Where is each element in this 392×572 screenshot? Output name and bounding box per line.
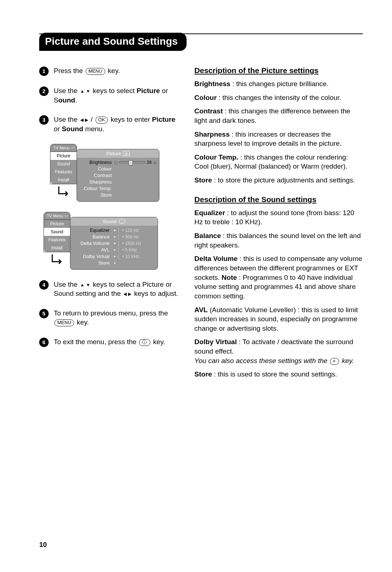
desc-brightness: Brightness : this changes picture brilli… (195, 79, 363, 89)
desc-equalizer: Equalizer : to adjust the sound tone (fr… (195, 208, 363, 227)
arrow-indicator-icon (44, 254, 70, 266)
tv-icon: ▭ (71, 146, 74, 150)
page-number: 10 (39, 541, 47, 549)
arrow-indicator-icon (50, 186, 77, 198)
step-number: 1 (39, 67, 49, 76)
menu-key-icon: MENU (86, 68, 105, 75)
osd-cat: Features (50, 168, 77, 176)
left-arrow-icon: ◀ (80, 117, 83, 123)
step-number: 2 (39, 86, 49, 96)
osd-row: Sharpness (80, 179, 156, 185)
right-arrow-icon: ▶ (128, 291, 131, 297)
right-triangle-icon: ▶ (114, 235, 116, 238)
right-triangle-icon: ▶ (114, 242, 116, 245)
osd-row: Store (80, 192, 156, 198)
sun-bright-icon: ☼ (153, 160, 157, 165)
section-title: Picture and Sound Settings (39, 33, 187, 51)
osd-row: Delta Voliume▶• 1500 Hz (73, 240, 155, 247)
menu-key-icon: MENU (54, 319, 74, 326)
sound-settings-heading: Description of the Sound settings (195, 195, 363, 204)
desc-colour-temp: Colour Temp. : this changes the colour r… (195, 153, 363, 171)
osd-row: AVL▶• 5 KHz (73, 247, 155, 253)
osd-row: Brightness ◌ 39 ☼ (80, 159, 156, 166)
brightness-slider: ◌ 39 ☼ (114, 160, 157, 165)
desc-store: Store : to store the picture adjustments… (195, 176, 363, 185)
step-4: 4 Use the ▲▼ keys to select a Picture or… (39, 280, 183, 298)
left-arrow-icon: ◀ (123, 291, 127, 297)
info-key-icon: ⓘ (139, 339, 150, 346)
picture-settings-heading: Description of the Picture settings (195, 66, 363, 75)
step-2: 2 Use the ▲▼ keys to select Picture or S… (39, 86, 183, 105)
down-arrow-icon: ▼ (86, 88, 90, 94)
osd-picture-screenshot: TV Menu▭ Picture Sound Features Install (50, 144, 183, 202)
right-triangle-icon: ▶ (114, 248, 116, 251)
desc-balance: Balance : this balances the sound level … (195, 231, 363, 250)
osd-cat: Install (50, 176, 77, 184)
step-6: 6 To exit the menu, press the ⓘ key. (39, 337, 183, 347)
step-3: 3 Use the ◀▶ / OK keys to enter Picture … (39, 115, 183, 133)
step-5: 5 To return to previous menu, press the … (39, 309, 183, 327)
desc-colour: Colour : this changes the intensity of t… (195, 93, 363, 102)
osd-row: Store▶ (73, 260, 155, 266)
osd-row: Equalizer▶• 120 Hz (73, 227, 155, 234)
picture-icon: ◐ (123, 151, 130, 156)
desc-contrast: Contrast : this changes the difference b… (195, 106, 363, 125)
down-arrow-icon: ▼ (86, 282, 90, 288)
step-number: 3 (39, 115, 49, 125)
osd-row: Contrast (80, 172, 156, 179)
ok-key-icon: OK (95, 117, 108, 124)
right-triangle-icon: ▶ (114, 255, 116, 258)
sound-icon: ♪ (119, 219, 125, 224)
desc-dolby-virtual: Dolby Virtual : To activate / deactivate… (195, 337, 363, 365)
osd-cat: Install (44, 244, 70, 252)
osd-row: Colour (80, 166, 156, 172)
osd-cat: Picture (44, 220, 70, 228)
osd-cat: Features (44, 236, 70, 244)
step-number: 4 (39, 280, 49, 290)
right-triangle-icon: ▶ (114, 229, 116, 232)
right-triangle-icon: ▶ (114, 261, 116, 265)
desc-delta-volume: Delta Volume : this is used to compensat… (195, 254, 363, 301)
step-number: 6 (39, 338, 49, 347)
surround-key-icon: ⌖ (330, 358, 339, 365)
right-arrow-icon: ▶ (85, 117, 88, 123)
osd-row: Dolby Virtual▶• 10 KHz (73, 253, 155, 260)
step-1: 1 Press the MENU key. (39, 66, 183, 76)
desc-sound-store: Store : this is used to store the sound … (195, 370, 363, 379)
up-arrow-icon: ▲ (80, 282, 85, 288)
osd-row: Colour Temp. (80, 185, 156, 192)
osd-cat: Sound (50, 160, 77, 168)
desc-avl: AVL (Automatic Volume Leveller) : this i… (195, 305, 363, 333)
desc-sharpness: Sharpness : this increases or decreases … (195, 130, 363, 148)
osd-cat: Picture (50, 152, 77, 160)
step-number: 5 (39, 309, 49, 318)
sun-dim-icon: ◌ (114, 160, 118, 165)
osd-row: Balance▶• 500 Hz (73, 234, 155, 240)
osd-cat: Sound (44, 228, 70, 236)
osd-sound-screenshot: TV Menu▭ Picture Sound Features Install (44, 212, 183, 270)
tv-icon: ▭ (65, 214, 68, 218)
up-arrow-icon: ▲ (80, 88, 85, 94)
